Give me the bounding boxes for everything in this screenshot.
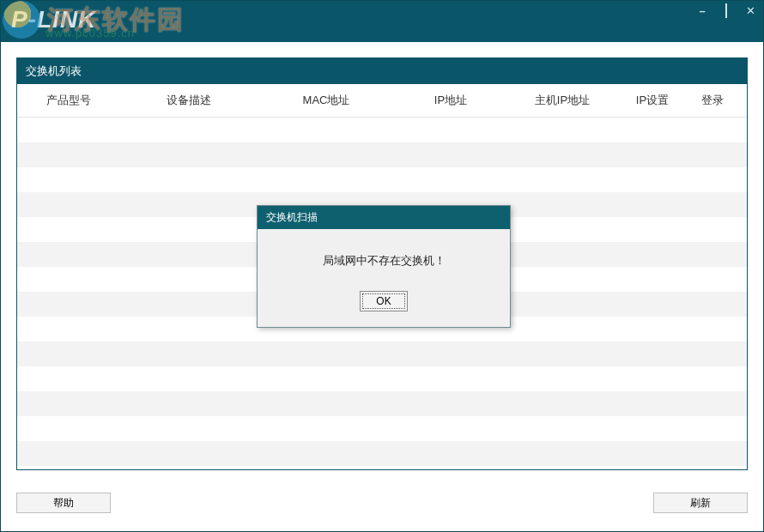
col-ip-conf: IP设置 [618, 84, 687, 117]
title-bar: P-LINK 河东软件园 www.pc0359.cn [1, 1, 763, 42]
table-row [17, 342, 747, 366]
minimize-icon[interactable] [696, 4, 708, 17]
table-row [17, 416, 747, 441]
table-row [17, 391, 747, 416]
scan-dialog: 交换机扫描 局域网中不存在交换机！ OK [257, 205, 511, 328]
maximize-icon[interactable] [720, 4, 732, 17]
col-device-desc: 设备描述 [120, 84, 258, 117]
footer-bar: 帮助 刷新 [1, 482, 763, 525]
table-header: 产品型号 设备描述 MAC地址 IP地址 主机IP地址 IP设置 登录 [17, 84, 747, 118]
brand-logo: P-LINK [11, 6, 753, 33]
table-row [17, 441, 747, 466]
table-row [17, 118, 747, 142]
table-row [17, 366, 747, 391]
col-login: 登录 [687, 84, 738, 117]
dialog-message: 局域网中不存在交换机！ [266, 253, 501, 269]
col-ip-addr: IP地址 [395, 84, 506, 117]
table-row [17, 142, 747, 167]
panel-title: 交换机列表 [17, 58, 747, 84]
col-mac-addr: MAC地址 [258, 84, 395, 117]
ok-button[interactable]: OK [360, 291, 408, 311]
dialog-title: 交换机扫描 [258, 206, 510, 229]
window-controls [696, 4, 756, 17]
table-row [17, 167, 747, 192]
col-product-model: 产品型号 [17, 84, 120, 117]
dialog-body: 局域网中不存在交换机！ OK [258, 229, 510, 327]
close-icon[interactable] [744, 4, 756, 17]
main-window: P-LINK 河东软件园 www.pc0359.cn 交换机列表 产品型号 设备… [0, 0, 764, 532]
col-host-ip: 主机IP地址 [506, 84, 618, 117]
refresh-button[interactable]: 刷新 [653, 493, 748, 513]
help-button[interactable]: 帮助 [16, 493, 111, 513]
